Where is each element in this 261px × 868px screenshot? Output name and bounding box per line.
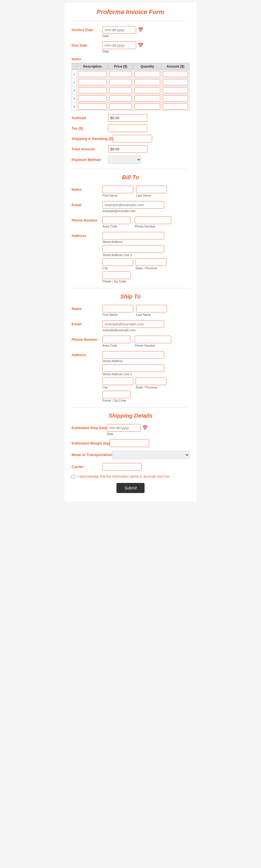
ship-phone-row: Phone Number Area Code - Phone Number	[71, 336, 190, 347]
ship-lastname-field: Last Name	[136, 305, 167, 316]
ship-email-input[interactable]	[103, 320, 164, 328]
quantity-header: Quantity	[133, 63, 162, 70]
row-num-4: 4	[72, 94, 77, 103]
row-num-5: 5	[72, 103, 77, 111]
ship-postal-label: Postal / Zip Code	[103, 399, 190, 402]
ship-date-input[interactable]	[107, 424, 141, 432]
ship-date-calendar-icon[interactable]: 📅	[142, 425, 148, 431]
tax-row: Tax ($)	[71, 125, 190, 132]
totals-section: Subtotal Tax ($) Shipping & Handling ($)…	[71, 114, 190, 164]
ship-city-state-row: City State / Province	[103, 377, 190, 389]
qty-4[interactable]	[135, 95, 160, 101]
bill-state-label: State / Province	[136, 267, 167, 270]
ship-firstname-input[interactable]	[103, 305, 133, 312]
bill-area-code-input[interactable]	[103, 217, 130, 224]
qty-5[interactable]	[135, 103, 160, 110]
weight-label: Estimated Weight (kg)	[71, 439, 110, 445]
ship-city-input[interactable]	[103, 377, 133, 385]
invoice-date-calendar-icon[interactable]: 📅	[138, 27, 143, 33]
amount-5[interactable]	[163, 103, 188, 110]
total-input[interactable]	[108, 145, 147, 153]
ship-state-field: State / Province	[136, 377, 167, 389]
bill-street-line2-input[interactable]	[103, 245, 164, 253]
items-table: Description Price ($) Quantity Amount ($…	[71, 63, 190, 111]
tax-label: Tax ($)	[71, 126, 108, 130]
qty-1[interactable]	[135, 71, 160, 77]
bill-name-label: Name	[71, 186, 103, 191]
bill-phone-number-field: Phone Number	[135, 217, 171, 228]
price-2[interactable]	[110, 79, 132, 85]
submit-button[interactable]: Submit	[116, 483, 145, 493]
bill-firstname-input[interactable]	[103, 186, 133, 193]
qty-3[interactable]	[135, 87, 160, 93]
price-3[interactable]	[110, 87, 132, 93]
bill-state-input[interactable]	[136, 258, 167, 266]
desc-5[interactable]	[78, 103, 107, 110]
amount-2[interactable]	[163, 79, 188, 85]
due-date-input[interactable]	[103, 41, 136, 49]
acknowledge-row: I acknowledge that the information above…	[71, 474, 190, 478]
ship-name-row: Name First Name Last Name	[71, 305, 190, 316]
invoice-date-content: 📅 Date	[103, 26, 190, 38]
ship-phone-content: Area Code - Phone Number	[103, 336, 190, 347]
carrier-content	[103, 463, 190, 471]
ship-lastname-input[interactable]	[136, 305, 167, 312]
bill-name-row: Name First Name Last Name	[71, 186, 190, 197]
amount-3[interactable]	[163, 87, 188, 93]
weight-content	[110, 439, 190, 447]
transport-select[interactable]: Air Sea Road Rail	[112, 451, 190, 459]
ship-state-input[interactable]	[136, 377, 167, 385]
ship-street-line2-input[interactable]	[103, 364, 164, 372]
ship-name-content: First Name Last Name	[103, 305, 190, 316]
bill-email-row: Email example@example.com	[71, 201, 190, 213]
tax-input[interactable]	[108, 125, 147, 132]
row-num-3: 3	[72, 86, 77, 94]
due-date-calendar-icon[interactable]: 📅	[138, 43, 143, 48]
shipping-label: Shipping & Handling ($)	[71, 136, 113, 141]
price-1[interactable]	[110, 71, 132, 77]
ship-firstname-label: First Name	[103, 313, 133, 316]
ship-area-code-input[interactable]	[103, 336, 130, 343]
ship-name-inputs: First Name Last Name	[103, 305, 190, 316]
row-num-header	[72, 63, 77, 70]
shipping-input[interactable]	[113, 135, 152, 143]
invoice-date-sublabel: Date	[103, 34, 190, 38]
carrier-input[interactable]	[103, 463, 142, 471]
subtotal-label: Subtotal	[71, 116, 108, 120]
invoice-date-wrapper: 📅	[103, 26, 190, 34]
ship-postal-input[interactable]	[103, 391, 130, 398]
bill-email-input[interactable]	[103, 201, 164, 209]
ship-street-sublabel: Street Address	[103, 359, 190, 363]
bill-city-state-row: City State / Province	[103, 258, 190, 270]
bill-street-input[interactable]	[103, 232, 164, 240]
ship-name-label: Name	[71, 305, 103, 311]
bill-city-field: City	[103, 258, 133, 270]
bill-lastname-input[interactable]	[136, 186, 167, 193]
amount-1[interactable]	[163, 71, 188, 77]
ship-date-sublabel: Date	[107, 432, 190, 436]
bill-city-input[interactable]	[103, 258, 133, 266]
bill-firstname-label: First Name	[103, 194, 133, 197]
bill-address-label: Address	[71, 232, 103, 238]
carrier-label: Carrier	[71, 463, 103, 469]
weight-input[interactable]	[110, 439, 149, 447]
bill-phone-number-input[interactable]	[135, 217, 171, 224]
invoice-date-input[interactable]	[103, 26, 136, 34]
bill-postal-input[interactable]	[103, 272, 130, 279]
price-5[interactable]	[110, 103, 132, 110]
amount-4[interactable]	[163, 95, 188, 101]
desc-4[interactable]	[78, 95, 107, 101]
price-4[interactable]	[110, 95, 132, 101]
desc-2[interactable]	[78, 79, 107, 85]
bill-phone-inputs: Area Code - Phone Number	[103, 217, 190, 228]
ship-email-sublabel: example@example.com	[103, 329, 190, 332]
ship-street-input[interactable]	[103, 351, 164, 359]
subtotal-input[interactable]	[108, 114, 147, 122]
carrier-row: Carrier	[71, 463, 190, 471]
desc-3[interactable]	[78, 87, 107, 93]
qty-2[interactable]	[135, 79, 160, 85]
ship-phone-number-input[interactable]	[135, 336, 171, 343]
desc-1[interactable]	[78, 71, 107, 77]
payment-method-select[interactable]: Cash Credit Card Bank Transfer Check	[108, 156, 141, 164]
acknowledge-checkbox[interactable]	[71, 475, 75, 478]
